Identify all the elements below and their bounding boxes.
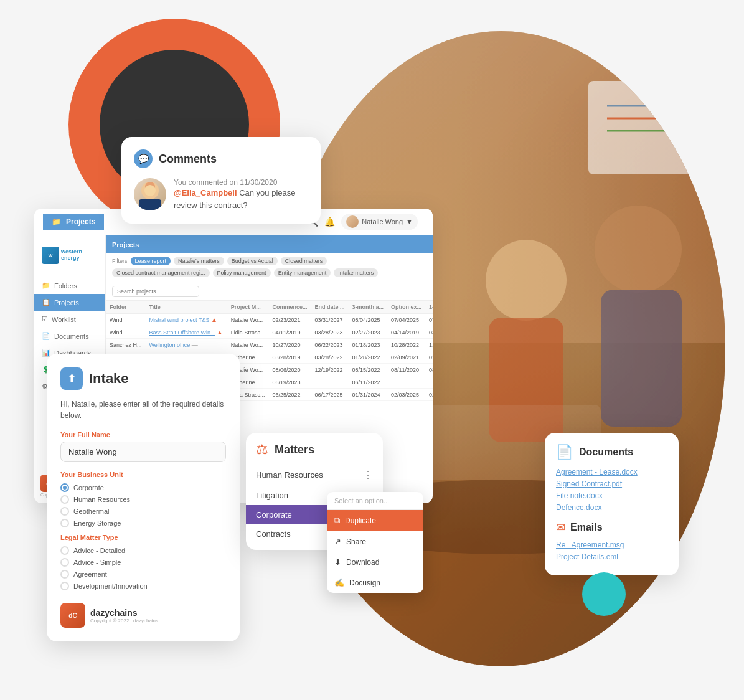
filter-entity[interactable]: Entity management — [274, 268, 331, 277]
filter-closed[interactable]: Closed matters — [281, 257, 327, 265]
col-3month: 3-month a... — [348, 301, 387, 314]
worklist-icon: ☑ — [42, 315, 48, 323]
top-bar-actions: 🔍 🔔 Natalie Wong ▼ — [308, 214, 424, 230]
matter-type-agreement[interactable]: Agreement — [60, 570, 226, 579]
cell-title: Bass Strait Offshore Win... ▲ — [146, 326, 227, 339]
matter-dots-hr[interactable]: ⋮ — [363, 469, 373, 481]
cell-1month: 01/09/2019 — [425, 351, 433, 364]
cell-option: 10/28/2022 — [387, 339, 425, 351]
sidebar-documents-label: Documents — [54, 333, 89, 340]
user-pill[interactable]: Natalie Wong ▼ — [341, 214, 418, 230]
full-name-label: Your Full Name — [60, 431, 226, 438]
matter-type-advice-detailed-label: Advice - Detailed — [73, 547, 125, 554]
radio-dot-geothermal — [60, 507, 69, 516]
filter-bar: Filters Lease report Natalie's matters B… — [106, 253, 433, 281]
table-row: Wind Bass Strait Offshore Win... ▲ Lidia… — [106, 326, 433, 339]
business-unit-energy[interactable]: Energy Storage — [60, 519, 226, 527]
logo-mark: W — [42, 247, 59, 264]
doc-defence[interactable]: Defence.docx — [556, 503, 667, 512]
matter-type-advice-simple[interactable]: Advice - Simple — [60, 558, 226, 567]
cell-enddate: 06/22/2023 — [311, 339, 348, 351]
doc-signed-contract[interactable]: Signed Contract.pdf — [556, 480, 667, 488]
teal-circle — [582, 572, 626, 616]
filter-closed-reg[interactable]: Closed contract management regi... — [112, 268, 210, 277]
cell-enddate: 03/31/2027 — [311, 314, 348, 326]
doc-file-note[interactable]: File note.docx — [556, 491, 667, 500]
cell-pm: Lidia Strasc... — [227, 326, 269, 339]
context-item-share[interactable]: ↗ Share — [327, 531, 423, 552]
comment-icon: 💬 — [134, 149, 153, 168]
download-label: Download — [346, 558, 379, 567]
context-item-duplicate[interactable]: ⧉ Duplicate — [327, 510, 423, 531]
bell-icon[interactable]: 🔔 — [324, 217, 335, 227]
svg-point-17 — [144, 185, 156, 196]
projects-topbar-text: Projects — [66, 217, 95, 226]
matters-icon: ⚖ — [256, 442, 268, 458]
sidebar-logo: W westernenergy — [34, 242, 105, 272]
radio-dot-advice-simple — [60, 558, 69, 567]
business-unit-hr[interactable]: Human Resources — [60, 495, 226, 504]
cell-pm: Natalie Wo... — [227, 314, 269, 326]
cell-title: Mistral wind project T&S ▲ — [146, 314, 227, 326]
cell-commence: 03/28/2019 — [268, 351, 311, 364]
table-header-row: Folder Title Project M... Commence... En… — [106, 301, 433, 314]
email-project-details[interactable]: Project Details.eml — [556, 552, 667, 561]
dazy-brand-sub: Copyright © 2022 · dazychains — [90, 618, 158, 623]
matter-type-dev[interactable]: Development/Innovation — [60, 582, 226, 590]
docusign-icon: ✍ — [334, 578, 344, 587]
business-unit-corporate[interactable]: Corporate — [60, 483, 226, 492]
cell-enddate: 03/28/2022 — [311, 351, 348, 364]
col-commence: Commence... — [268, 301, 311, 314]
cell-1month — [425, 376, 433, 389]
user-name: Natalie Wong — [362, 218, 403, 225]
email-agreement[interactable]: Re_ Agreement.msg — [556, 541, 667, 549]
comments-header: 💬 Comments — [134, 149, 308, 168]
share-label: Share — [346, 537, 366, 546]
context-item-download[interactable]: ⬇ Download — [327, 552, 423, 572]
filter-natalies-matters[interactable]: Natalie's matters — [174, 257, 224, 265]
search-input[interactable] — [112, 286, 199, 297]
context-item-docusign[interactable]: ✍ Docusign — [327, 572, 423, 593]
sidebar-item-documents[interactable]: 📄 Documents — [34, 328, 105, 344]
filter-budget[interactable]: Budget vs Actual — [227, 257, 278, 265]
radio-dot-corporate — [60, 483, 69, 492]
comment-text: @Ella_Campbell Can you please review thi… — [174, 187, 308, 211]
matter-type-agreement-label: Agreement — [73, 570, 107, 578]
matter-hr-label: Human Resources — [256, 470, 323, 480]
matter-type-dev-label: Development/Innovation — [73, 582, 148, 590]
filter-intake[interactable]: Intake matters — [334, 268, 378, 277]
cell-1month: 03/18/2019 — [425, 326, 433, 339]
cell-option — [387, 376, 425, 389]
sidebar-item-worklist[interactable]: ☑ Worklist — [34, 311, 105, 328]
folders-icon: 📁 — [42, 281, 50, 290]
cell-commence: 02/23/2021 — [268, 314, 311, 326]
matters-title: Matters — [275, 443, 314, 456]
cell-3month: 01/18/2023 — [348, 339, 387, 351]
matter-item-hr[interactable]: Human Resources ⋮ — [246, 464, 383, 486]
filter-lease-report[interactable]: Lease report — [131, 257, 171, 265]
cell-3month: 06/11/2022 — [348, 376, 387, 389]
comments-title: Comments — [159, 153, 217, 166]
sidebar-item-folders[interactable]: 📁 Folders — [34, 277, 105, 294]
documents-card: 📄 Documents Agreement - Lease.docx Signe… — [545, 433, 679, 575]
sidebar-item-projects[interactable]: 📋 Projects — [34, 294, 105, 311]
sidebar-folders-label: Folders — [54, 282, 77, 290]
full-name-input[interactable] — [60, 442, 226, 462]
matter-corporate-label: Corporate — [256, 510, 292, 519]
docs-file-icon: 📄 — [556, 444, 573, 460]
doc-agreement-lease[interactable]: Agreement - Lease.docx — [556, 468, 667, 476]
filter-policy[interactable]: Policy management — [213, 268, 271, 277]
comment-date: You commented on 11/30/2020 — [174, 178, 308, 187]
matter-type-advice-detailed[interactable]: Advice - Detailed — [60, 546, 226, 555]
business-unit-geothermal[interactable]: Geothermal — [60, 507, 226, 516]
business-unit-energy-label: Energy Storage — [73, 519, 121, 527]
radio-dot-dev — [60, 582, 69, 590]
docs-title: Documents — [579, 447, 633, 458]
table-row: Wind Mistral wind project T&S ▲ Natalie … — [106, 314, 433, 326]
share-icon: ↗ — [334, 537, 341, 546]
cell-commence: 06/25/2022 — [268, 389, 311, 401]
dazy-brand-text: dazychains — [90, 608, 158, 618]
projects-section-title: Projects — [112, 241, 139, 248]
matters-header: ⚖ Matters — [246, 433, 383, 464]
docs-header: 📄 Documents — [556, 444, 667, 460]
